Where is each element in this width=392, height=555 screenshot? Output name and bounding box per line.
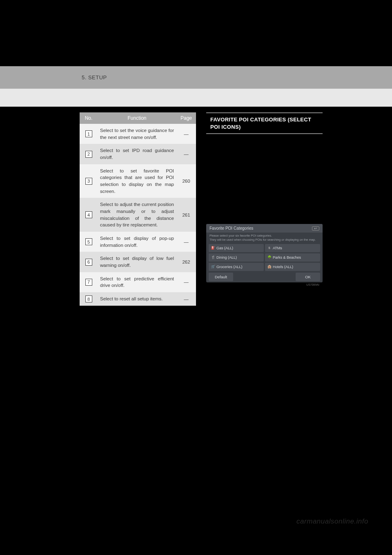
row-num-cell: 5 bbox=[80, 238, 98, 245]
nav-title: Favorite POI Categories bbox=[209, 226, 253, 231]
atm-icon: $ bbox=[267, 246, 271, 250]
nav-title-row: Favorite POI Categories ↩ bbox=[206, 224, 323, 233]
row-pg-cell: — bbox=[176, 132, 196, 137]
poi-category-button[interactable]: ⛽ Gas (ALL) bbox=[209, 244, 264, 252]
row-pg-cell: 260 bbox=[176, 179, 196, 184]
poi-category-button[interactable]: 🛒 Groceries (ALL) bbox=[209, 263, 264, 271]
nav-category-grid: ⛽ Gas (ALL) $ ATMs 🍴 Dining (ALL) 🌳 Park… bbox=[206, 244, 323, 271]
nav-description: Please select your six favorite POI cate… bbox=[206, 233, 323, 244]
dining-icon: 🍴 bbox=[211, 255, 215, 259]
header-section: 5. SETUP bbox=[82, 74, 107, 81]
th-no: No. bbox=[80, 115, 98, 121]
row-fn-cell: Select to set IPD road guidance on/off. bbox=[98, 147, 176, 161]
num-box: 6 bbox=[85, 259, 92, 266]
table-row: 1 Select to set the voice guidance for t… bbox=[80, 124, 196, 144]
back-icon[interactable]: ↩ bbox=[312, 226, 319, 231]
row-fn-cell: Select to set display of low fuel warnin… bbox=[98, 255, 176, 269]
right-column: FAVORITE POI CATEGORIES (SELECT POI ICON… bbox=[206, 112, 323, 306]
sub-header-bar bbox=[0, 89, 392, 107]
table-row: 5 Select to set display of pop-up inform… bbox=[80, 232, 196, 252]
gas-icon: ⛽ bbox=[211, 246, 215, 250]
row-num-cell: 4 bbox=[80, 211, 98, 218]
row-num-cell: 7 bbox=[80, 279, 98, 286]
th-page: Page bbox=[176, 115, 196, 121]
poi-category-button[interactable]: 🌳 Parks & Beaches bbox=[265, 253, 320, 262]
poi-label: Gas (ALL) bbox=[216, 246, 233, 250]
table-row: 8 Select to reset all setup items. — bbox=[80, 292, 196, 306]
table-row: 6 Select to set display of low fuel warn… bbox=[80, 252, 196, 272]
row-fn-cell: Select to set the voice guidance for the… bbox=[98, 127, 176, 141]
watermark: carmanualsonline.info bbox=[296, 517, 368, 526]
section-heading: FAVORITE POI CATEGORIES (SELECT POI ICON… bbox=[206, 112, 323, 134]
row-pg-cell: 262 bbox=[176, 260, 196, 264]
table-row: 7 Select to set predictive efficient dri… bbox=[80, 272, 196, 292]
poi-label: Dining (ALL) bbox=[216, 255, 237, 260]
row-pg-cell: — bbox=[176, 280, 196, 284]
table-header: No. Function Page bbox=[80, 112, 196, 124]
function-table: No. Function Page 1 Select to set the vo… bbox=[80, 112, 196, 306]
row-fn-cell: Select to reset all setup items. bbox=[98, 295, 176, 302]
row-pg-cell: — bbox=[176, 239, 196, 244]
row-fn-cell: Select to adjust the current position ma… bbox=[98, 201, 176, 228]
row-fn-cell: Select to set display of pop-up informat… bbox=[98, 235, 176, 248]
ok-button[interactable]: OK bbox=[296, 273, 320, 281]
poi-label: Hotels (ALL) bbox=[273, 265, 293, 269]
row-num-cell: 3 bbox=[80, 178, 98, 185]
num-box: 1 bbox=[85, 130, 92, 137]
poi-label: Parks & Beaches bbox=[273, 255, 301, 260]
image-code: US7089AI bbox=[206, 282, 323, 286]
row-fn-cell: Select to set favorite POI categories th… bbox=[98, 168, 176, 195]
poi-label: Groceries (ALL) bbox=[216, 265, 243, 269]
num-box: 2 bbox=[85, 151, 92, 158]
row-pg-cell: — bbox=[176, 152, 196, 157]
header-bar: 5. SETUP bbox=[0, 66, 392, 89]
row-num-cell: 2 bbox=[80, 151, 98, 158]
num-box: 8 bbox=[85, 295, 92, 302]
row-num-cell: 6 bbox=[80, 259, 98, 266]
row-num-cell: 8 bbox=[80, 295, 98, 302]
row-num-cell: 1 bbox=[80, 130, 98, 137]
parks-icon: 🌳 bbox=[267, 255, 271, 259]
left-column: No. Function Page 1 Select to set the vo… bbox=[80, 112, 196, 306]
poi-category-button[interactable]: 🍴 Dining (ALL) bbox=[209, 253, 264, 262]
num-box: 3 bbox=[85, 178, 92, 185]
num-box: 5 bbox=[85, 238, 92, 245]
nav-desc-line: Please select your six favorite POI cate… bbox=[209, 234, 319, 238]
th-function: Function bbox=[98, 115, 176, 121]
row-fn-cell: Select to set predictive efficient drive… bbox=[98, 275, 176, 289]
default-button[interactable]: Default bbox=[209, 273, 233, 281]
groceries-icon: 🛒 bbox=[211, 265, 215, 269]
nav-screenshot: Favorite POI Categories ↩ Please select … bbox=[206, 224, 323, 282]
table-row: 3 Select to set favorite POI categories … bbox=[80, 164, 196, 198]
table-row: 2 Select to set IPD road guidance on/off… bbox=[80, 144, 196, 164]
num-box: 7 bbox=[85, 279, 92, 286]
row-pg-cell: — bbox=[176, 297, 196, 302]
nav-footer: Default OK bbox=[206, 271, 323, 281]
poi-label: ATMs bbox=[273, 246, 282, 250]
table-row: 4 Select to adjust the current position … bbox=[80, 198, 196, 232]
num-box: 4 bbox=[85, 211, 92, 218]
page-content: No. Function Page 1 Select to set the vo… bbox=[0, 112, 392, 306]
hotels-icon: 🏨 bbox=[267, 265, 271, 269]
poi-category-button[interactable]: 🏨 Hotels (ALL) bbox=[265, 263, 320, 271]
row-pg-cell: 261 bbox=[176, 213, 196, 217]
poi-category-button[interactable]: $ ATMs bbox=[265, 244, 320, 252]
nav-desc-line: They will be used when choosing POIs for… bbox=[209, 238, 319, 242]
